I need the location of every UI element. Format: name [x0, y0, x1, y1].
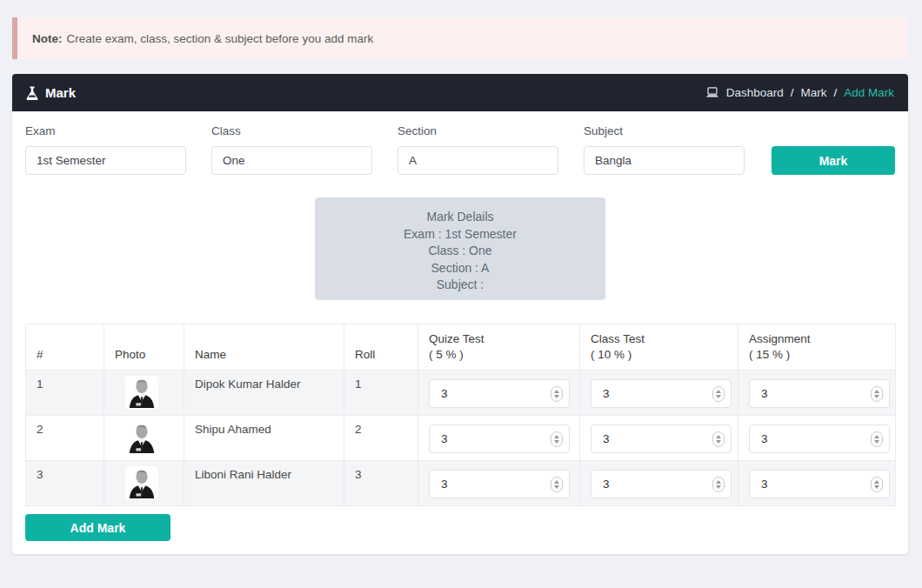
row-quize-cell: [418, 461, 580, 506]
subject-label: Subject: [584, 124, 745, 137]
assignment-input[interactable]: [749, 424, 890, 453]
dashboard-icon: [705, 87, 719, 98]
assignment-input[interactable]: [749, 379, 890, 408]
section-field-group: Section: [398, 124, 558, 175]
breadcrumb-separator: /: [791, 86, 794, 99]
row-quize-cell: [418, 371, 580, 416]
number-stepper-icon[interactable]: [871, 477, 883, 492]
row-quize-cell: [418, 416, 580, 461]
details-class: Class : One: [315, 243, 605, 260]
row-photo-cell: [104, 416, 184, 461]
quize-test-input[interactable]: [429, 470, 570, 498]
class-field-group: Class: [211, 124, 372, 175]
class-test-input[interactable]: [591, 470, 732, 498]
exam-field-group: Exam: [25, 124, 186, 175]
number-stepper-icon[interactable]: [551, 386, 563, 402]
row-number: 1: [26, 371, 104, 416]
class-test-input[interactable]: [591, 379, 732, 408]
marks-table: # Photo Name Roll Quize Test ( 5 % ) Cla…: [25, 324, 896, 506]
student-avatar: [125, 466, 158, 499]
breadcrumb-dashboard[interactable]: Dashboard: [726, 86, 784, 99]
exam-label: Exam: [25, 124, 186, 137]
row-photo-cell: [104, 461, 184, 506]
row-roll: 1: [344, 371, 418, 416]
subject-input[interactable]: [584, 146, 745, 175]
class-input[interactable]: [211, 146, 372, 175]
row-photo-cell: [104, 371, 184, 416]
quize-test-input[interactable]: [429, 424, 570, 453]
breadcrumb-add-mark[interactable]: Add Mark: [844, 86, 894, 99]
student-avatar: [125, 376, 158, 409]
panel-header: Mark Dashboard / Mark / Add Mark: [12, 74, 908, 111]
col-header-quize-test: Quize Test ( 5 % ): [418, 324, 580, 371]
class-label: Class: [211, 124, 372, 137]
row-class-test-cell: [580, 416, 738, 461]
col-header-number: #: [26, 324, 104, 371]
col-header-name: Name: [184, 324, 344, 371]
breadcrumb-separator: /: [833, 86, 837, 99]
col-header-roll: Roll: [344, 324, 418, 371]
row-roll: 3: [344, 461, 418, 506]
number-stepper-icon[interactable]: [712, 386, 725, 402]
add-mark-button[interactable]: Add Mark: [25, 514, 170, 541]
section-label: Section: [398, 124, 558, 137]
breadcrumb-mark[interactable]: Mark: [800, 86, 826, 99]
row-assignment-cell: [738, 371, 896, 416]
note-label: Note:: [32, 32, 63, 45]
panel-title-text: Mark: [45, 85, 76, 100]
row-assignment-cell: [738, 416, 896, 461]
mark-button[interactable]: Mark: [772, 146, 895, 175]
col-header-assignment: Assignment ( 15 % ): [738, 324, 896, 371]
details-section: Section : A: [315, 260, 605, 277]
section-input[interactable]: [398, 146, 558, 175]
number-stepper-icon[interactable]: [871, 431, 883, 447]
table-row: 1 Dipok Kumar Halder 1: [26, 371, 896, 416]
table-row: 3 Liboni Rani Halder 3: [26, 461, 896, 506]
details-title: Mark Delails: [315, 209, 605, 226]
row-class-test-cell: [580, 461, 738, 506]
flask-icon: [26, 86, 38, 100]
mark-details-box: Mark Delails Exam : 1st Semester Class :…: [315, 197, 605, 300]
number-stepper-icon[interactable]: [712, 431, 725, 447]
subject-field-group: Subject: [584, 124, 745, 175]
quize-test-input[interactable]: [429, 379, 570, 408]
student-avatar: [125, 421, 158, 454]
col-header-class-test: Class Test ( 10 % ): [580, 324, 738, 371]
note-banner: Note: Create exam, class, section & subj…: [12, 17, 908, 59]
row-name: Shipu Ahamed: [184, 416, 344, 461]
row-roll: 2: [344, 416, 418, 461]
row-number: 2: [26, 416, 104, 461]
class-test-input[interactable]: [591, 424, 732, 453]
row-class-test-cell: [580, 371, 738, 416]
row-name: Dipok Kumar Halder: [184, 371, 344, 416]
row-number: 3: [26, 461, 104, 506]
details-subject: Subject :: [315, 277, 605, 294]
number-stepper-icon[interactable]: [712, 477, 725, 492]
table-header-row: # Photo Name Roll Quize Test ( 5 % ) Cla…: [26, 324, 896, 371]
assignment-input[interactable]: [749, 470, 890, 498]
note-text: Create exam, class, section & subject be…: [67, 32, 374, 45]
number-stepper-icon[interactable]: [551, 431, 563, 447]
exam-input[interactable]: [25, 146, 186, 175]
panel-title: Mark: [26, 85, 76, 100]
panel-body: Exam Class Section Subject Mark Mark Del…: [12, 111, 908, 554]
row-name: Liboni Rani Halder: [184, 461, 344, 506]
mark-filter-form: Exam Class Section Subject Mark: [25, 124, 895, 175]
details-exam: Exam : 1st Semester: [315, 226, 605, 244]
number-stepper-icon[interactable]: [871, 386, 883, 402]
col-header-photo: Photo: [104, 324, 184, 371]
row-assignment-cell: [738, 461, 896, 506]
number-stepper-icon[interactable]: [551, 477, 563, 492]
mark-panel: Mark Dashboard / Mark / Add Mark Exam Cl…: [12, 74, 908, 554]
table-row: 2 Shipu Ahamed 2: [26, 416, 896, 461]
breadcrumb: Dashboard / Mark / Add Mark: [705, 86, 894, 99]
